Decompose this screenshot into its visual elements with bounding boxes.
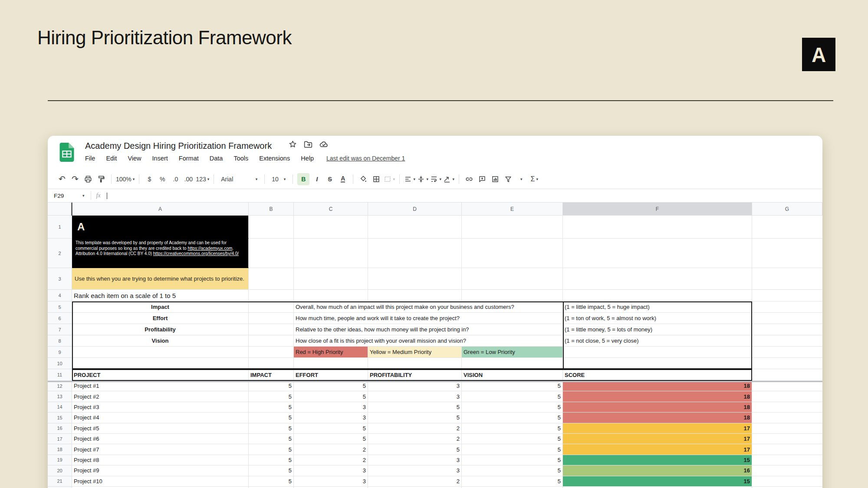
cell[interactable] xyxy=(249,313,294,324)
formula-input-cursor[interactable] xyxy=(107,193,107,199)
menu-help[interactable]: Help xyxy=(301,155,314,162)
cell[interactable] xyxy=(752,313,822,324)
row-number[interactable]: 14 xyxy=(48,402,72,413)
academyux-link[interactable]: https://academyux.com xyxy=(187,246,232,251)
profitability-cell[interactable]: 3 xyxy=(368,381,462,391)
row-number[interactable]: 20 xyxy=(48,465,72,476)
redo-button[interactable]: ↷ xyxy=(69,173,81,185)
decrease-decimal-button[interactable]: .0 xyxy=(170,173,181,185)
criterion-description[interactable]: Overall, how much of an impact will this… xyxy=(294,301,563,313)
text-color-button[interactable]: A xyxy=(337,173,349,185)
cell[interactable] xyxy=(368,239,462,268)
score-cell[interactable]: 16 xyxy=(563,465,752,476)
cell[interactable] xyxy=(249,347,294,358)
row-number[interactable]: 8 xyxy=(48,335,72,347)
menu-edit[interactable]: Edit xyxy=(106,155,117,162)
score-cell[interactable]: 17 xyxy=(563,423,752,434)
row-number[interactable]: 19 xyxy=(48,455,72,465)
project-cell[interactable]: Project #6 xyxy=(72,434,249,444)
column-header-d[interactable]: D xyxy=(368,203,462,216)
cell[interactable] xyxy=(249,239,294,268)
column-header-c[interactable]: C xyxy=(294,203,368,216)
move-folder-icon[interactable] xyxy=(304,141,312,148)
cell[interactable] xyxy=(462,216,563,239)
cell[interactable] xyxy=(249,216,294,239)
cell[interactable] xyxy=(752,476,822,487)
impact-cell[interactable]: 5 xyxy=(249,423,294,434)
project-cell[interactable]: Project #10 xyxy=(72,476,249,487)
vision-cell[interactable]: 5 xyxy=(462,434,563,444)
row-number[interactable]: 11 xyxy=(48,369,72,381)
italic-button[interactable]: I xyxy=(311,173,322,185)
star-icon[interactable] xyxy=(289,140,297,148)
text-rotation-button[interactable]: ▾ xyxy=(443,173,454,185)
chevron-down-icon[interactable]: ▾ xyxy=(82,193,85,198)
cell[interactable] xyxy=(462,358,563,369)
text-wrap-button[interactable]: ▾ xyxy=(430,173,441,185)
score-cell[interactable]: 17 xyxy=(563,444,752,455)
row-number[interactable]: 2 xyxy=(48,239,72,268)
font-size-select[interactable]: 10▾ xyxy=(269,173,288,185)
cell[interactable] xyxy=(563,239,752,268)
criterion-description[interactable]: Relative to the other ideas, how much mo… xyxy=(294,324,563,335)
format-percent-button[interactable]: % xyxy=(157,173,168,185)
menu-data[interactable]: Data xyxy=(210,155,223,162)
fill-color-button[interactable] xyxy=(358,173,369,185)
header-score[interactable]: SCORE xyxy=(563,369,752,381)
menu-tools[interactable]: Tools xyxy=(233,155,248,162)
row-number[interactable]: 4 xyxy=(48,290,72,301)
cell[interactable] xyxy=(294,358,368,369)
print-button[interactable] xyxy=(82,173,94,185)
score-cell[interactable]: 15 xyxy=(563,476,752,487)
cell[interactable] xyxy=(752,381,822,391)
cell[interactable] xyxy=(752,268,822,290)
cell-a3-note[interactable]: Use this when you are trying to determin… xyxy=(72,268,249,290)
legend-red[interactable]: Red = High Priority xyxy=(294,347,368,358)
impact-cell[interactable]: 5 xyxy=(249,476,294,487)
profitability-cell[interactable]: 3 xyxy=(368,465,462,476)
profitability-cell[interactable]: 2 xyxy=(368,423,462,434)
cell[interactable] xyxy=(462,290,563,301)
filter-views-button[interactable]: ▾ xyxy=(516,173,527,185)
menu-insert[interactable]: Insert xyxy=(152,155,168,162)
strikethrough-button[interactable]: S xyxy=(324,173,335,185)
cell[interactable] xyxy=(294,268,368,290)
row-number[interactable]: 17 xyxy=(48,434,72,444)
cell[interactable] xyxy=(752,455,822,465)
criterion-description[interactable]: How close of a fit is this project with … xyxy=(294,335,563,347)
impact-cell[interactable]: 5 xyxy=(249,402,294,413)
effort-cell[interactable]: 2 xyxy=(294,444,368,455)
functions-button[interactable]: Σ▾ xyxy=(529,173,540,185)
effort-cell[interactable]: 5 xyxy=(294,434,368,444)
project-cell[interactable]: Project #8 xyxy=(72,455,249,465)
cell[interactable] xyxy=(752,423,822,434)
cell[interactable] xyxy=(72,347,249,358)
vertical-align-button[interactable]: ▾ xyxy=(417,173,428,185)
column-header-b[interactable]: B xyxy=(249,203,294,216)
cell[interactable] xyxy=(752,301,822,313)
cell[interactable] xyxy=(462,268,563,290)
profitability-cell[interactable]: 2 xyxy=(368,476,462,487)
format-currency-button[interactable]: $ xyxy=(144,173,155,185)
criterion-description[interactable]: How much time, people and work will it t… xyxy=(294,313,563,324)
effort-cell[interactable]: 3 xyxy=(294,476,368,487)
legend-green[interactable]: Green = Low Priority xyxy=(462,347,563,358)
insert-link-button[interactable] xyxy=(464,173,475,185)
cloud-saved-icon[interactable] xyxy=(319,141,329,148)
criterion-scale[interactable]: (1 = little impact, 5 = huge impact) xyxy=(563,301,752,313)
cell[interactable] xyxy=(752,216,822,239)
profitability-cell[interactable]: 5 xyxy=(368,413,462,423)
menu-view[interactable]: View xyxy=(128,155,141,162)
effort-cell[interactable]: 5 xyxy=(294,381,368,391)
cell[interactable] xyxy=(752,324,822,335)
row-number[interactable]: 15 xyxy=(48,413,72,423)
cell[interactable] xyxy=(368,268,462,290)
column-header-e[interactable]: E xyxy=(462,203,563,216)
header-impact[interactable]: IMPACT xyxy=(249,369,294,381)
cell[interactable] xyxy=(294,239,368,268)
row-number[interactable]: 10 xyxy=(48,358,72,369)
effort-cell[interactable]: 5 xyxy=(294,423,368,434)
undo-button[interactable]: ↶ xyxy=(56,173,68,185)
borders-button[interactable] xyxy=(371,173,382,185)
project-cell[interactable]: Project #2 xyxy=(72,391,249,402)
